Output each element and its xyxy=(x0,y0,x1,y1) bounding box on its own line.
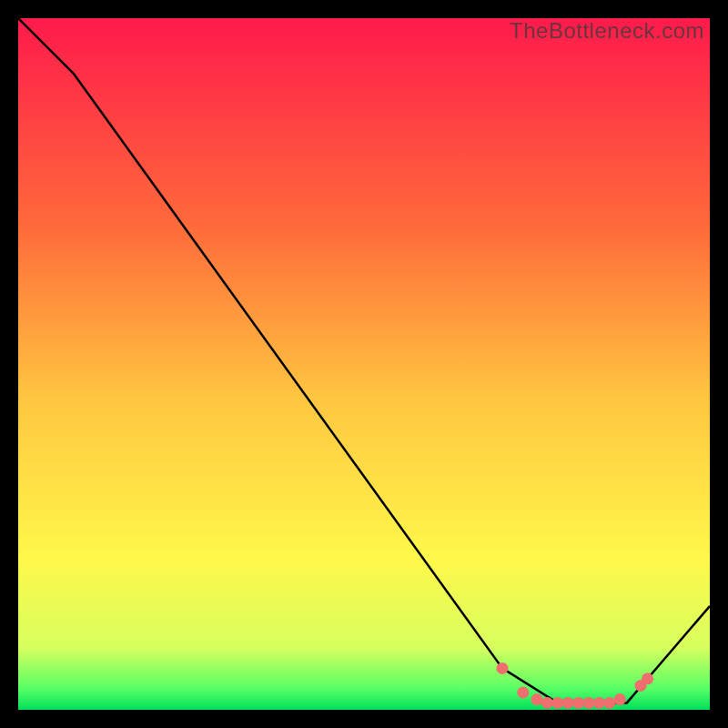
marker-dot xyxy=(517,687,529,699)
marker-dot xyxy=(614,693,626,705)
marker-dot xyxy=(562,697,574,709)
marker-dot xyxy=(642,672,653,684)
bottleneck-markers xyxy=(497,662,654,709)
marker-dot xyxy=(541,697,553,709)
marker-dot xyxy=(603,697,615,709)
chart-frame: TheBottleneck.com xyxy=(18,18,710,710)
marker-dot xyxy=(551,697,563,709)
chart-overlay xyxy=(18,18,710,710)
bottleneck-curve-path xyxy=(18,18,710,703)
marker-dot xyxy=(583,697,595,709)
marker-dot xyxy=(497,662,509,674)
marker-dot xyxy=(572,697,584,709)
marker-dot xyxy=(593,697,605,709)
marker-dot xyxy=(531,693,543,705)
